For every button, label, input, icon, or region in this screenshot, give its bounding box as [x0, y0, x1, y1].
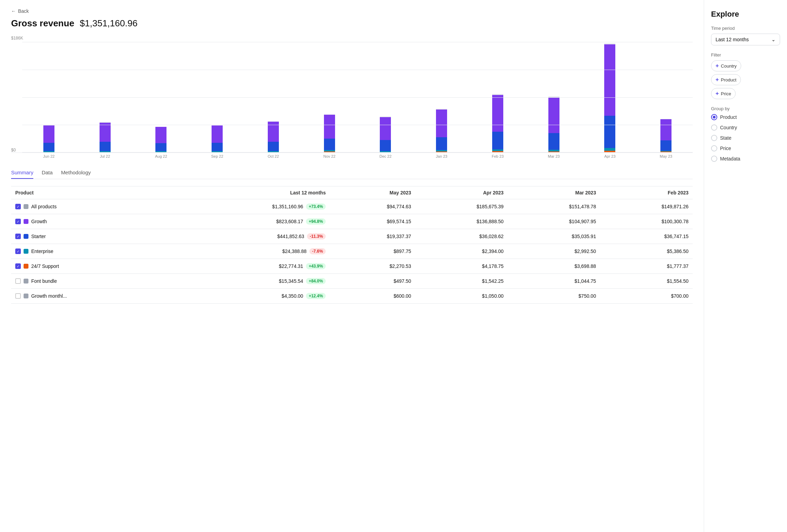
product-cell-5: Font bundle	[11, 274, 168, 289]
grid-line-25	[22, 125, 693, 125]
bar-segment-growth	[380, 117, 391, 140]
bar-segment-starter	[324, 139, 335, 150]
bar-segment-growth	[324, 115, 335, 139]
product-cell-2: ✓Starter	[11, 229, 168, 244]
chart-area: $0	[11, 42, 693, 153]
cell-feb-6: $700.00	[600, 289, 693, 304]
group-by-option-state[interactable]: State	[711, 135, 780, 141]
filter-country-label: Country	[721, 63, 737, 69]
product-name-2: Starter	[31, 234, 46, 239]
group-by-option-price[interactable]: Price	[711, 145, 780, 151]
grid-line-75	[22, 70, 693, 70]
col-may: May 2023	[330, 186, 415, 199]
filter-chip-country[interactable]: + Country	[711, 60, 741, 71]
bar-segment-starter	[604, 116, 615, 148]
cell-apr-0: $185,675.39	[415, 199, 508, 214]
bar-segment-starter	[155, 143, 166, 151]
value-cell-0: $1,351,160.96+73.4%	[168, 199, 330, 214]
group-by-option-product[interactable]: Product	[711, 114, 780, 120]
time-period-select[interactable]: Last 12 months ⌄	[711, 34, 780, 45]
value-cell-5: $15,345.54+84.0%	[168, 274, 330, 289]
row-checkbox-5[interactable]	[15, 278, 21, 284]
x-label: Feb 23	[471, 154, 524, 158]
product-name-5: Font bundle	[31, 278, 57, 284]
bar-segment-growth	[43, 125, 54, 143]
x-label: Dec 22	[359, 154, 412, 158]
cell-feb-4: $1,777.37	[600, 259, 693, 274]
grid-line-top	[22, 42, 693, 42]
filter-label: Filter	[711, 52, 780, 58]
group-by-option-metadata[interactable]: Metadata	[711, 156, 780, 162]
chevron-down-icon: ⌄	[771, 37, 776, 42]
back-link[interactable]: ← Back	[11, 8, 693, 14]
col-apr: Apr 2023	[415, 186, 508, 199]
cell-may-1: $69,574.15	[330, 214, 415, 229]
bar-segment-enterprise	[604, 148, 615, 151]
change-badge-0: +73.4%	[306, 203, 326, 210]
row-checkbox-4[interactable]: ✓	[15, 263, 21, 269]
product-cell-1: ✓Growth	[11, 214, 168, 229]
product-name-1: Growth	[31, 219, 47, 224]
filter-product-label: Product	[721, 77, 736, 82]
cell-apr-5: $1,542.25	[415, 274, 508, 289]
time-period-label: Time period	[711, 26, 780, 31]
cell-feb-1: $100,300.78	[600, 214, 693, 229]
x-label: Mar 23	[527, 154, 581, 158]
cell-mar-1: $104,907.95	[508, 214, 600, 229]
row-value-4: $22,774.31	[279, 263, 303, 269]
table-row: ✓Enterprise$24,388.88-7.6%$897.75$2,394.…	[11, 244, 693, 259]
group-by-label-metadata: Metadata	[720, 156, 740, 162]
row-value-0: $1,351,160.96	[272, 204, 303, 209]
row-checkbox-0[interactable]: ✓	[15, 204, 21, 209]
tab-summary[interactable]: Summary	[11, 169, 33, 179]
chart-container: $186K $0 Jun 22Jul 22Aug 22Sep 22Oct 22N…	[11, 36, 693, 158]
x-label: Apr 23	[583, 154, 637, 158]
cell-mar-6: $750.00	[508, 289, 600, 304]
table-row: ✓24/7 Support$22,774.31+43.9%$2,270.53$4…	[11, 259, 693, 274]
cell-mar-2: $35,035.91	[508, 229, 600, 244]
x-label: Oct 22	[247, 154, 300, 158]
bar-segment-growth	[436, 110, 447, 137]
plus-icon-country: +	[716, 63, 719, 69]
filter-price-label: Price	[721, 91, 731, 96]
change-badge-2: -11.3%	[307, 233, 326, 239]
table-row: ✓Starter$441,852.63-11.3%$19,337.37$36,0…	[11, 229, 693, 244]
row-checkbox-6[interactable]	[15, 293, 21, 299]
total-value: $1,351,160.96	[80, 18, 137, 29]
filter-chip-price[interactable]: + Price	[711, 88, 736, 99]
tab-data[interactable]: Data	[42, 169, 53, 179]
row-checkbox-2[interactable]: ✓	[15, 234, 21, 239]
row-checkbox-3[interactable]: ✓	[15, 248, 21, 254]
bar-segment-starter	[100, 142, 111, 151]
table-row: Growth monthl...$4,350.00+12.4%$600.00$1…	[11, 289, 693, 304]
product-cell-4: ✓24/7 Support	[11, 259, 168, 274]
bar-segment-starter	[43, 143, 54, 151]
change-badge-6: +12.4%	[306, 293, 326, 299]
bar-segment-growth	[492, 95, 503, 132]
cell-feb-0: $149,871.26	[600, 199, 693, 214]
main-content: ← Back Gross revenue $1,351,160.96 $186K…	[0, 0, 704, 532]
product-cell-6: Growth monthl...	[11, 289, 168, 304]
col-feb: Feb 2023	[600, 186, 693, 199]
bar-segment-growth	[212, 125, 223, 143]
bar-segment-growth	[100, 123, 111, 142]
cell-apr-6: $1,050.00	[415, 289, 508, 304]
group-by-option-country[interactable]: Country	[711, 124, 780, 131]
filter-chip-product[interactable]: + Product	[711, 74, 741, 85]
row-checkbox-1[interactable]: ✓	[15, 219, 21, 224]
x-label: Jul 22	[78, 154, 132, 158]
radio-circle-state	[711, 135, 717, 141]
cell-feb-3: $5,386.50	[600, 244, 693, 259]
tab-methodology[interactable]: Methodology	[61, 169, 91, 179]
x-label: Aug 22	[135, 154, 188, 158]
x-label: Jun 22	[22, 154, 76, 158]
product-cell-0: ✓All products	[11, 199, 168, 214]
bar-segment-growth	[604, 44, 615, 116]
color-dot-0	[24, 204, 28, 209]
x-label: Jan 23	[415, 154, 468, 158]
cell-feb-2: $36,747.15	[600, 229, 693, 244]
color-dot-4	[24, 264, 28, 269]
x-label: Sep 22	[190, 154, 244, 158]
product-name-6: Growth monthl...	[31, 293, 67, 299]
product-name-4: 24/7 Support	[31, 263, 59, 269]
